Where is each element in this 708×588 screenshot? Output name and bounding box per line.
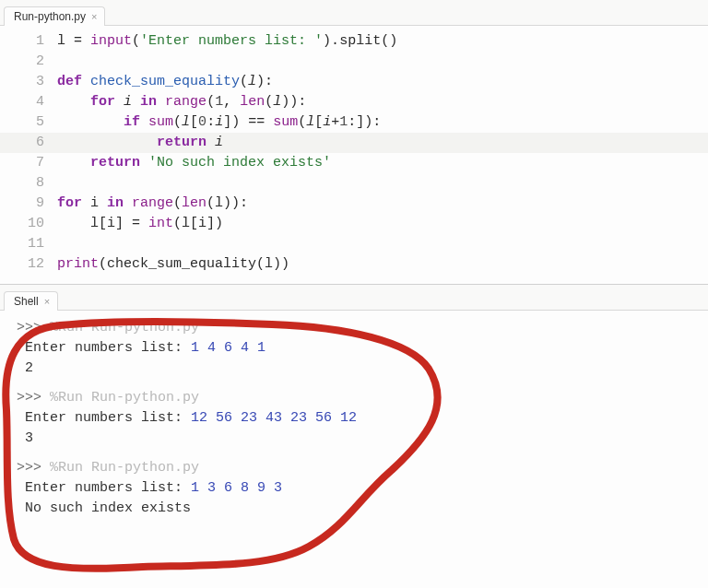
line-number: 9: [0, 194, 57, 214]
editor-tab-bar: Run-python.py ×: [0, 0, 708, 26]
code-line[interactable]: 10 l[i] = int(l[i]): [0, 214, 708, 234]
line-number: 12: [0, 254, 57, 275]
code-content[interactable]: return i: [57, 133, 708, 153]
code-content[interactable]: if sum(l[0:i]) == sum(l[i+1:]):: [57, 112, 708, 133]
code-content[interactable]: def check_sum_equality(l):: [57, 72, 708, 92]
code-line[interactable]: 12print(check_sum_equality(l)): [0, 254, 708, 275]
code-line[interactable]: 1l = input('Enter numbers list: ').split…: [0, 31, 708, 52]
shell-run-line: >>> %Run Run-python.py: [17, 318, 697, 338]
code-line[interactable]: 11: [0, 234, 708, 254]
editor-tab[interactable]: Run-python.py ×: [4, 6, 105, 26]
shell-output-line: 2: [17, 359, 697, 379]
line-number: 7: [0, 153, 57, 173]
close-icon[interactable]: ×: [91, 11, 97, 22]
code-line[interactable]: 7 return 'No such index exists': [0, 153, 708, 173]
shell-tab[interactable]: Shell ×: [4, 291, 58, 311]
code-content[interactable]: [57, 173, 708, 194]
code-line[interactable]: 6 return i: [0, 133, 708, 153]
code-line[interactable]: 5 if sum(l[0:i]) == sum(l[i+1:]):: [0, 112, 708, 133]
code-content[interactable]: for i in range(len(l)):: [57, 194, 708, 214]
code-line[interactable]: 2: [0, 52, 708, 72]
code-line[interactable]: 4 for i in range(1, len(l)):: [0, 92, 708, 112]
code-editor[interactable]: 1l = input('Enter numbers list: ').split…: [0, 26, 708, 284]
shell-output-line: No such index exists: [17, 499, 697, 519]
code-line[interactable]: 9for i in range(len(l)):: [0, 194, 708, 214]
line-number: 10: [0, 214, 57, 234]
code-content[interactable]: for i in range(1, len(l)):: [57, 92, 708, 112]
line-number: 1: [0, 31, 57, 52]
shell-run-line: >>> %Run Run-python.py: [17, 458, 697, 478]
shell-run-line: >>> %Run Run-python.py: [17, 388, 697, 408]
shell-input-line: Enter numbers list: 1 3 6 8 9 3: [17, 478, 697, 499]
code-line[interactable]: 3def check_sum_equality(l):: [0, 72, 708, 92]
shell-input-line: Enter numbers list: 12 56 23 43 23 56 12: [17, 408, 697, 429]
code-content[interactable]: l[i] = int(l[i]): [57, 214, 708, 234]
line-number: 2: [0, 52, 57, 72]
line-number: 8: [0, 173, 57, 194]
shell-tab-bar: Shell ×: [0, 285, 708, 311]
shell-tab-label: Shell: [14, 295, 39, 308]
close-icon[interactable]: ×: [44, 296, 50, 307]
line-number: 6: [0, 133, 57, 153]
code-content[interactable]: [57, 52, 708, 72]
shell-output-line: 3: [17, 429, 697, 449]
code-content[interactable]: l = input('Enter numbers list: ').split(…: [57, 31, 708, 52]
line-number: 4: [0, 92, 57, 112]
editor-tab-label: Run-python.py: [14, 10, 86, 23]
code-content[interactable]: [57, 234, 708, 254]
line-number: 3: [0, 72, 57, 92]
shell-input-line: Enter numbers list: 1 4 6 4 1: [17, 338, 697, 359]
shell-panel: Shell × >>> %Run Run-python.py Enter num…: [0, 284, 708, 535]
code-content[interactable]: print(check_sum_equality(l)): [57, 254, 708, 275]
code-line[interactable]: 8: [0, 173, 708, 194]
line-number: 11: [0, 234, 57, 254]
line-number: 5: [0, 112, 57, 133]
code-content[interactable]: return 'No such index exists': [57, 153, 708, 173]
shell-output[interactable]: >>> %Run Run-python.py Enter numbers lis…: [0, 311, 708, 535]
